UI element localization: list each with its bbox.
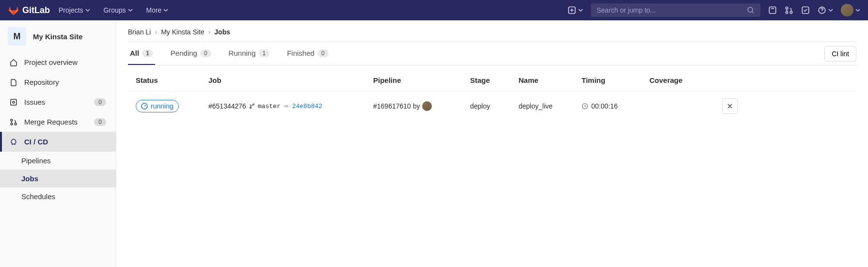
count-badge: 0	[94, 98, 106, 106]
merge-icon	[10, 118, 17, 126]
table-row: running #651344276 master 24e8b842 #1696…	[128, 91, 856, 121]
sidebar-subitem-jobs[interactable]: Jobs	[0, 170, 116, 188]
svg-point-9	[13, 101, 15, 103]
svg-rect-8	[11, 99, 16, 105]
gitlab-logo[interactable]: GitLab	[8, 4, 50, 16]
breadcrumb-project[interactable]: My Kinsta Site	[161, 28, 204, 36]
gitlab-icon	[8, 4, 19, 16]
svg-point-3	[786, 7, 788, 9]
chevron-down-icon	[85, 8, 90, 13]
svg-point-14	[285, 105, 287, 107]
commit-sha[interactable]: 24e8b842	[292, 103, 322, 110]
search-input[interactable]	[597, 6, 747, 14]
job-name[interactable]: deploy_live	[519, 102, 582, 110]
sidebar-item-label: CI / CD	[24, 138, 48, 146]
main-content: Brian Li › My Kinsta Site › Jobs All 1 P…	[116, 20, 868, 267]
tab-pending[interactable]: Pending 0	[169, 42, 213, 65]
doc-icon	[10, 79, 17, 86]
sidebar-subitem-schedules[interactable]: Schedules	[0, 188, 116, 205]
home-icon	[10, 59, 17, 66]
sidebar-item-label: Issues	[24, 98, 45, 106]
sidebar-subitem-pipelines[interactable]: Pipelines	[0, 152, 116, 170]
commit-icon	[284, 103, 289, 109]
branch-icon	[249, 103, 255, 109]
svg-point-10	[11, 119, 13, 121]
sidebar-project-header[interactable]: M My Kinsta Site	[0, 20, 116, 52]
issues-icon	[10, 98, 17, 106]
svg-point-12	[15, 123, 16, 125]
sidebar-item-overview[interactable]: Project overview	[0, 52, 116, 72]
job-id[interactable]: #651344276	[208, 102, 246, 110]
tab-finished[interactable]: Finished 0	[285, 42, 330, 65]
breadcrumb: Brian Li › My Kinsta Site › Jobs	[128, 28, 856, 36]
project-name: My Kinsta Site	[33, 32, 83, 41]
tab-running[interactable]: Running 1	[227, 42, 272, 65]
sidebar-item-cicd[interactable]: CI / CD	[0, 132, 116, 152]
breadcrumb-user[interactable]: Brian Li	[128, 28, 151, 36]
col-job: Job	[208, 76, 373, 84]
pipeline-author-avatar[interactable]	[422, 101, 432, 111]
issues-shortcut[interactable]	[768, 6, 777, 15]
status-tabs: All 1 Pending 0 Running 1 Finished 0	[128, 42, 331, 65]
status-badge[interactable]: running	[136, 100, 179, 112]
branch-name[interactable]: master	[258, 103, 281, 110]
sidebar-item-label: Repository	[24, 78, 59, 86]
svg-rect-2	[769, 7, 776, 14]
col-pipeline: Pipeline	[373, 76, 470, 84]
user-menu[interactable]	[841, 4, 860, 16]
chevron-down-icon	[828, 6, 833, 15]
col-name: Name	[519, 76, 582, 84]
nav-projects[interactable]: Projects	[54, 6, 95, 14]
clock-icon	[582, 103, 588, 110]
col-timing: Timing	[582, 76, 649, 84]
svg-point-1	[748, 7, 753, 12]
chevron-down-icon	[128, 8, 133, 13]
sidebar-item-issues[interactable]: Issues 0	[0, 92, 116, 112]
tab-count: 0	[317, 49, 329, 57]
top-navbar: GitLab Projects Groups More	[0, 0, 868, 20]
cancel-job-button[interactable]	[722, 98, 738, 114]
ci-lint-button[interactable]: CI lint	[824, 46, 856, 62]
user-avatar	[841, 4, 853, 16]
merge-requests-shortcut[interactable]	[785, 6, 793, 15]
help-dropdown[interactable]	[818, 6, 833, 15]
nav-more[interactable]: More	[142, 6, 174, 14]
tab-count: 0	[200, 49, 211, 57]
svg-point-4	[786, 11, 788, 14]
svg-point-11	[11, 123, 13, 125]
search-icon	[747, 6, 755, 14]
table-header: Status Job Pipeline Stage Name Timing Co…	[128, 69, 856, 91]
sidebar: M My Kinsta Site Project overview Reposi…	[0, 20, 116, 267]
brand-text: GitLab	[22, 5, 50, 16]
count-badge: 0	[94, 118, 106, 126]
breadcrumb-sep: ›	[208, 28, 211, 36]
tab-all[interactable]: All 1	[128, 42, 155, 65]
breadcrumb-sep: ›	[155, 28, 157, 36]
nav-groups[interactable]: Groups	[99, 6, 138, 14]
col-status: Status	[136, 76, 208, 84]
col-stage: Stage	[470, 76, 519, 84]
chevron-down-icon	[855, 8, 860, 13]
col-coverage: Coverage	[649, 76, 722, 84]
timing-value: 00:00:16	[591, 102, 618, 110]
tab-count: 1	[142, 49, 153, 57]
todos-shortcut[interactable]	[801, 6, 810, 15]
tab-count: 1	[259, 49, 270, 57]
chevron-down-icon	[578, 6, 583, 15]
breadcrumb-current: Jobs	[214, 28, 230, 36]
search-input-wrapper[interactable]	[591, 3, 760, 17]
close-icon	[727, 103, 733, 109]
pipeline-id[interactable]: #169617610	[373, 102, 411, 110]
running-icon	[141, 103, 148, 110]
svg-point-5	[790, 11, 792, 14]
sidebar-item-repository[interactable]: Repository	[0, 72, 116, 92]
project-avatar: M	[8, 27, 26, 46]
sidebar-item-label: Project overview	[24, 58, 78, 66]
create-new-dropdown[interactable]	[568, 6, 583, 15]
jobs-table: Status Job Pipeline Stage Name Timing Co…	[128, 69, 856, 121]
sidebar-item-merge-requests[interactable]: Merge Requests 0	[0, 112, 116, 132]
stage-name: deploy	[470, 102, 519, 110]
rocket-icon	[10, 138, 17, 146]
chevron-down-icon	[163, 8, 168, 13]
sidebar-item-label: Merge Requests	[24, 118, 78, 126]
